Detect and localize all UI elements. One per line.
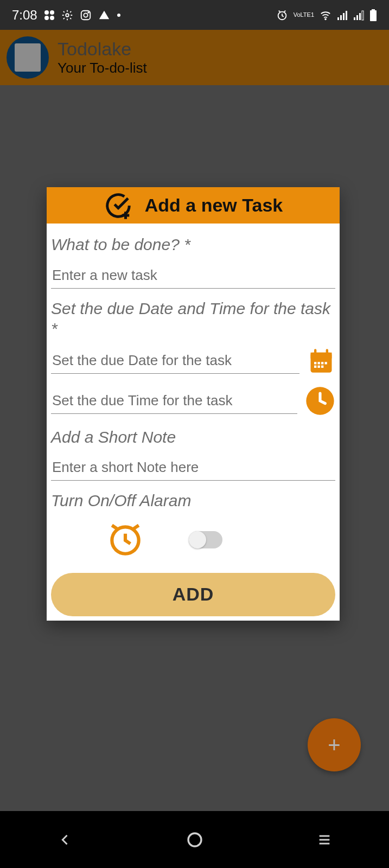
- dot-icon: [117, 13, 121, 17]
- svg-rect-28: [318, 362, 320, 364]
- alarm-status-icon: [276, 9, 288, 21]
- dialog-header: Add a new Task: [47, 187, 340, 224]
- svg-point-6: [84, 13, 87, 17]
- svg-point-8: [117, 14, 120, 17]
- alarm-icon: [105, 519, 145, 561]
- svg-rect-19: [372, 9, 375, 10]
- datetime-label: Set the due Date and Time for the task *: [51, 298, 335, 339]
- svg-rect-12: [340, 15, 342, 20]
- warning-icon: [98, 9, 110, 21]
- add-fab-button[interactable]: +: [308, 718, 361, 771]
- due-time-input[interactable]: [51, 388, 297, 414]
- svg-point-10: [325, 18, 326, 20]
- svg-rect-30: [325, 362, 327, 364]
- task-label: What to be done? *: [51, 234, 335, 255]
- back-button[interactable]: [49, 824, 81, 856]
- dialog-title: Add a new Task: [145, 195, 283, 216]
- task-input[interactable]: [51, 263, 335, 289]
- signal2-icon: [353, 10, 364, 21]
- svg-point-36: [188, 833, 201, 846]
- alarm-toggle[interactable]: [189, 531, 222, 548]
- svg-rect-11: [337, 17, 339, 20]
- grid-icon: [44, 10, 55, 21]
- svg-rect-14: [346, 11, 347, 20]
- svg-rect-17: [359, 13, 361, 20]
- svg-rect-24: [311, 352, 332, 358]
- svg-point-3: [50, 16, 54, 20]
- note-label: Add a Short Note: [51, 427, 335, 448]
- instagram-icon: [80, 9, 92, 21]
- svg-rect-29: [321, 362, 323, 364]
- status-bar: 7:08 VoLTE1: [0, 0, 389, 30]
- due-date-input[interactable]: [51, 348, 299, 374]
- battery-icon: [369, 9, 377, 21]
- svg-rect-32: [318, 365, 320, 367]
- clock-icon[interactable]: [305, 386, 335, 416]
- add-task-dialog: Add a new Task What to be done? * Set th…: [47, 187, 340, 621]
- lte-icon: VoLTE1: [294, 12, 314, 18]
- note-input[interactable]: [51, 455, 335, 481]
- wifi-icon: [320, 9, 331, 21]
- plus-icon: +: [328, 733, 340, 757]
- gear-icon: [61, 9, 73, 21]
- svg-rect-31: [314, 365, 316, 367]
- svg-rect-18: [362, 11, 364, 20]
- svg-rect-25: [314, 349, 316, 355]
- svg-rect-16: [356, 15, 358, 20]
- recent-apps-button[interactable]: [308, 824, 341, 856]
- svg-point-4: [66, 14, 69, 17]
- calendar-icon[interactable]: [307, 347, 335, 375]
- home-button[interactable]: [178, 824, 211, 856]
- add-task-icon: [104, 191, 133, 220]
- add-button[interactable]: ADD: [51, 573, 335, 616]
- svg-rect-15: [354, 17, 355, 20]
- svg-point-1: [50, 10, 54, 15]
- svg-rect-26: [326, 349, 328, 355]
- signal-icon: [337, 10, 348, 21]
- svg-rect-20: [370, 10, 377, 21]
- svg-rect-13: [343, 13, 345, 20]
- svg-point-2: [44, 16, 49, 20]
- svg-rect-33: [321, 365, 323, 367]
- svg-point-7: [88, 12, 89, 13]
- navigation-bar: [0, 811, 389, 868]
- status-time: 7:08: [12, 8, 37, 23]
- svg-rect-27: [314, 362, 316, 364]
- svg-point-0: [44, 10, 49, 15]
- alarm-label: Turn On/Off Alaram: [51, 490, 335, 511]
